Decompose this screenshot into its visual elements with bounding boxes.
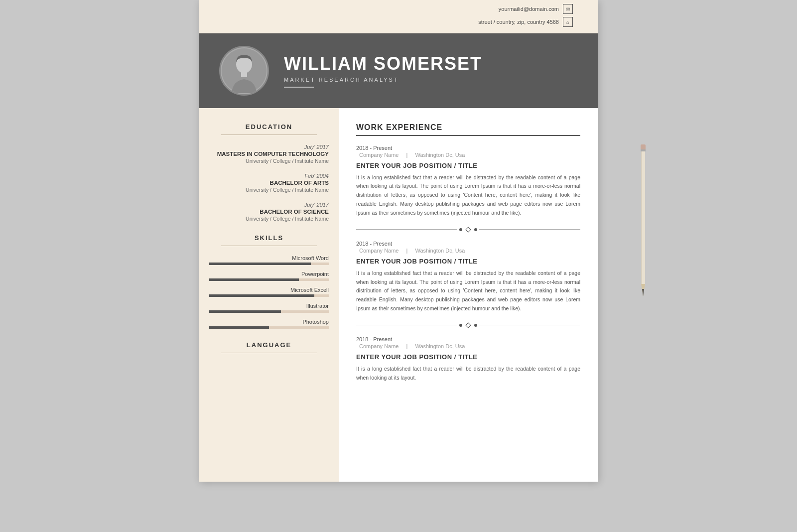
job-position-2: ENTER YOUR JOB POSITION / TITLE: [356, 258, 580, 265]
div-line-left-2: [356, 325, 457, 325]
job-desc-1: It is a long established fact that a rea…: [356, 173, 580, 218]
skill-excel: Microsoft Excell: [209, 287, 329, 297]
job-company-3: Company Name | Washington Dc, Usa: [356, 343, 580, 349]
edu-date-1: July' 2017: [209, 144, 329, 150]
skill-name-photoshop: Photoshop: [209, 319, 329, 325]
email-contact: yourmailid@domain.com ✉: [499, 4, 573, 14]
address-text: street / country, zip, country 4568: [478, 19, 559, 25]
svg-rect-2: [241, 72, 247, 77]
skill-name-ppt: Powerpoint: [209, 271, 329, 277]
skill-bar-fill-excel: [209, 294, 314, 297]
separator-icon-1: |: [406, 152, 409, 158]
candidate-title: MARKET RESEARCH ANALYST: [284, 77, 578, 83]
candidate-name: WILLIAM SOMERSET: [284, 54, 578, 74]
edu-degree-2: BACHELOR OF ARTS: [209, 180, 329, 186]
skill-name-word: Microsoft Word: [209, 255, 329, 261]
skill-bar-fill-word: [209, 263, 311, 265]
skill-bar-bg-photoshop: [209, 326, 329, 329]
edu-entry-1: July' 2017 MASTERS IN COMPUTER TECHNOLOG…: [209, 144, 329, 164]
separator-icon-2: |: [406, 248, 409, 254]
avatar: [219, 46, 269, 96]
job-location-3: Washington Dc, Usa: [415, 343, 465, 349]
edu-degree-3: BACHELOR OF SCIENCE: [209, 209, 329, 215]
edu-date-3: July' 2017: [209, 202, 329, 208]
job-position-3: ENTER YOUR JOB POSITION / TITLE: [356, 353, 580, 361]
resume-header: WILLIAM SOMERSET MARKET RESEARCH ANALYST: [199, 33, 598, 108]
div-diamond-2: [465, 322, 471, 328]
edu-degree-1: MASTERS IN COMPUTER TECHNOLOGY: [209, 151, 329, 157]
job-desc-3: It is a long established fact that a rea…: [356, 365, 580, 383]
job-company-name-3: Company Name: [359, 343, 398, 349]
div-line-right-2: [479, 325, 580, 325]
job-company-2: Company Name | Washington Dc, Usa: [356, 248, 580, 254]
home-icon: ⌂: [563, 17, 573, 27]
skill-bar-bg-excel: [209, 294, 329, 297]
education-title: EDUCATION: [209, 123, 329, 131]
job-entry-3: 2018 - Present Company Name | Washington…: [356, 336, 580, 383]
skill-name-excel: Microsoft Excell: [209, 287, 329, 293]
language-divider: [221, 353, 317, 353]
svg-rect-4: [641, 149, 642, 284]
edu-school-1: University / College / Institute Name: [209, 158, 329, 164]
sidebar: EDUCATION July' 2017 MASTERS IN COMPUTER…: [199, 108, 339, 482]
edu-entry-3: July' 2017 BACHELOR OF SCIENCE Universit…: [209, 202, 329, 222]
education-divider: [221, 134, 317, 135]
edu-date-2: Feb' 2004: [209, 173, 329, 179]
svg-marker-8: [642, 289, 644, 296]
job-entry-1: 2018 - Present Company Name | Washington…: [356, 145, 580, 218]
skill-bar-fill-ppt: [209, 278, 299, 281]
top-partial-content: yourmailid@domain.com ✉ street / country…: [199, 4, 598, 27]
separator-icon-3: |: [406, 343, 409, 349]
language-section: LANGUAGE: [209, 341, 329, 353]
job-company-1: Company Name | Washington Dc, Usa: [356, 152, 580, 158]
job-location-1: Washington Dc, Usa: [415, 152, 465, 158]
edu-school-3: University / College / Institute Name: [209, 216, 329, 222]
div-dot-1: [459, 228, 462, 231]
skill-bar-bg-illustrator: [209, 310, 329, 313]
skill-bar-bg-word: [209, 263, 329, 265]
skill-illustrator: Illustrator: [209, 303, 329, 313]
job-company-name-1: Company Name: [359, 152, 398, 158]
job-position-1: ENTER YOUR JOB POSITION / TITLE: [356, 162, 580, 169]
skill-bar-fill-photoshop: [209, 326, 269, 329]
top-partial: yourmailid@domain.com ✉ street / country…: [199, 0, 598, 33]
job-date-3: 2018 - Present: [356, 336, 580, 342]
svg-rect-6: [641, 149, 646, 151]
resume-container: yourmailid@domain.com ✉ street / country…: [199, 0, 598, 482]
skill-bar-bg-ppt: [209, 278, 329, 281]
skills-section: SKILLS Microsoft Word Powerpoint: [209, 234, 329, 329]
header-divider: [284, 87, 314, 88]
address-contact: street / country, zip, country 4568 ⌂: [478, 17, 573, 27]
language-title: LANGUAGE: [209, 341, 329, 349]
skill-word: Microsoft Word: [209, 255, 329, 265]
work-experience-underline: [356, 135, 580, 136]
skill-bar-fill-illustrator: [209, 310, 281, 313]
job-location-2: Washington Dc, Usa: [415, 248, 465, 254]
edu-school-2: University / College / Institute Name: [209, 187, 329, 193]
div-dot-3: [459, 324, 462, 327]
page-wrapper: yourmailid@domain.com ✉ street / country…: [0, 0, 797, 532]
pencil-decoration: [639, 139, 648, 299]
div-line-right-1: [479, 229, 580, 230]
skill-name-illustrator: Illustrator: [209, 303, 329, 309]
skill-photoshop: Photoshop: [209, 319, 329, 329]
resume-body: EDUCATION July' 2017 MASTERS IN COMPUTER…: [199, 108, 598, 482]
job-date-2: 2018 - Present: [356, 241, 580, 247]
email-icon: ✉: [563, 4, 573, 14]
work-experience-title: WORK EXPERIENCE: [356, 123, 580, 132]
job-company-name-2: Company Name: [359, 248, 398, 254]
skills-title: SKILLS: [209, 234, 329, 242]
header-info: WILLIAM SOMERSET MARKET RESEARCH ANALYST: [284, 54, 578, 87]
edu-entry-2: Feb' 2004 BACHELOR OF ARTS University / …: [209, 173, 329, 193]
div-dot-4: [474, 324, 477, 327]
divider-ornament-1: [356, 228, 580, 232]
email-text: yourmailid@domain.com: [499, 6, 559, 12]
div-line-left-1: [356, 229, 457, 230]
div-dot-2: [474, 228, 477, 231]
skill-ppt: Powerpoint: [209, 271, 329, 281]
skills-divider: [221, 246, 317, 246]
job-date-1: 2018 - Present: [356, 145, 580, 151]
job-entry-2: 2018 - Present Company Name | Washington…: [356, 241, 580, 313]
main-content: WORK EXPERIENCE 2018 - Present Company N…: [339, 108, 598, 482]
div-diamond-1: [465, 227, 471, 232]
